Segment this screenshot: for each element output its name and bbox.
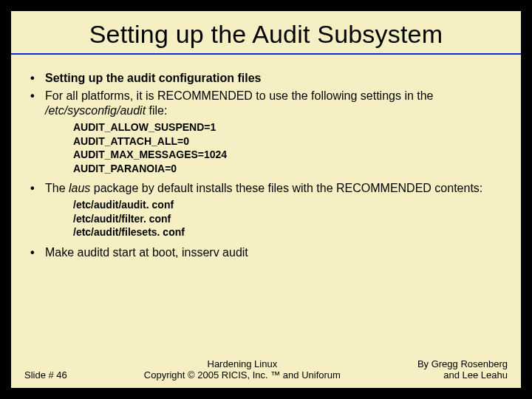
bullet-text-em: /etc/sysconfig/audit xyxy=(45,104,146,117)
footer-authors: By Gregg Rosenberg and Lee Leahu xyxy=(410,358,508,381)
sub-item: AUDIT_MAX_MESSAGES=1024 xyxy=(73,149,508,162)
bullet-item: For all platforms, it is RECOMMENDED to … xyxy=(24,89,508,175)
sub-item: /etc/audit/filesets. conf xyxy=(73,226,508,239)
sub-item: AUDIT_ATTACH_ALL=0 xyxy=(73,135,508,149)
bullet-text: Setting up the audit configuration files xyxy=(45,72,261,84)
bullet-text-em: laus xyxy=(69,182,90,194)
bullet-list: Setting up the audit configuration files… xyxy=(24,71,508,260)
slide-content: Setting up the audit configuration files… xyxy=(11,55,521,260)
bullet-item: The laus package by default installs the… xyxy=(24,181,508,239)
footer-center: Hardening Linux Copyright © 2005 RICIS, … xyxy=(75,358,410,381)
sub-item: AUDIT_ALLOW_SUSPEND=1 xyxy=(73,121,508,134)
sub-item: /etc/audit/filter. conf xyxy=(73,213,508,226)
bullet-text-prefix: For all platforms, it is RECOMMENDED to … xyxy=(45,89,434,102)
footer-copyright: Copyright © 2005 RICIS, Inc. ™ and Unifo… xyxy=(75,369,410,381)
bullet-text-suffix: file: xyxy=(146,104,167,117)
bullet-text-suffix: package by default installs these files … xyxy=(90,182,482,194)
bullet-item: Make auditd start at boot, insserv audit xyxy=(24,245,508,260)
footer-author-line: By Gregg Rosenberg xyxy=(417,358,508,369)
sub-list: /etc/audit/audit. conf /etc/audit/filter… xyxy=(45,199,508,239)
bullet-item: Setting up the audit configuration files xyxy=(24,71,508,86)
bullet-text: Make auditd start at boot, insserv audit xyxy=(45,246,248,259)
footer-slide-number: Slide # 46 xyxy=(24,369,75,381)
slide-title: Setting up the Audit Subsystem xyxy=(11,11,521,55)
sub-item: AUDIT_PARANOIA=0 xyxy=(73,163,508,176)
sub-item: /etc/audit/audit. conf xyxy=(73,199,508,212)
footer-title: Hardening Linux xyxy=(75,358,410,369)
slide: Setting up the Audit Subsystem Setting u… xyxy=(10,10,522,389)
slide-footer: Slide # 46 Hardening Linux Copyright © 2… xyxy=(11,358,521,381)
sub-list: AUDIT_ALLOW_SUSPEND=1 AUDIT_ATTACH_ALL=0… xyxy=(45,121,508,175)
bullet-text-prefix: The xyxy=(45,182,69,194)
footer-author-line: and Lee Leahu xyxy=(417,369,508,381)
